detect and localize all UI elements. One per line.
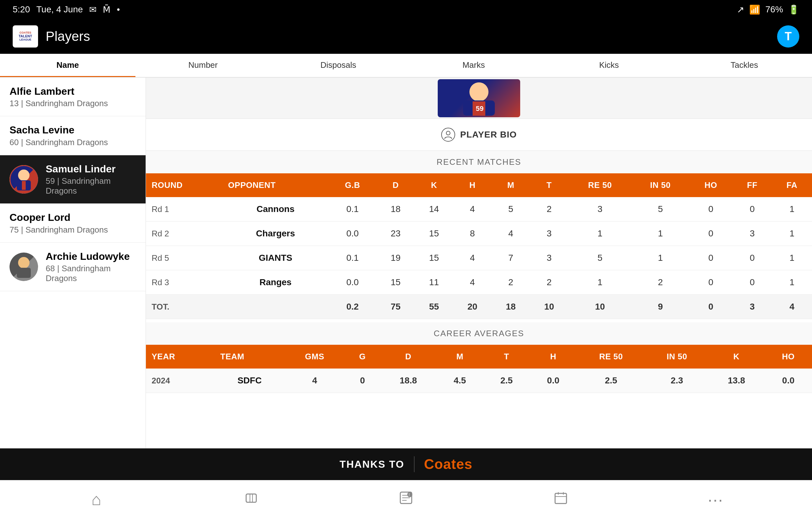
player-meta: 13 | Sandringham Dragons	[9, 99, 136, 108]
col-year: YEAR	[146, 345, 215, 369]
svg-point-3	[18, 257, 30, 268]
cell-re50: 3	[568, 197, 632, 222]
col-re50: RE 50	[568, 173, 632, 197]
player-name: Alfie Lambert	[9, 85, 136, 97]
career-header-row: YEAR TEAM GMS G D M T H RE 50 IN 50 K HO	[146, 345, 812, 369]
svg-point-0	[18, 170, 30, 181]
email-icon: ✉	[89, 4, 96, 15]
avatar	[9, 252, 38, 281]
cell-t: 2	[530, 197, 568, 222]
col-h: H	[453, 173, 492, 197]
status-bar: 5:20 Tue, 4 June ✉ M̃ • ↗ 📶 76% 🔋	[0, 0, 812, 19]
player-name: Samuel Linder	[46, 163, 136, 175]
signal-icon: ↗	[737, 4, 744, 15]
player-info: Alfie Lambert 13 | Sandringham Dragons	[9, 85, 136, 108]
col-team: TEAM	[215, 345, 285, 369]
svg-rect-4	[17, 268, 31, 278]
svg-rect-10	[246, 494, 256, 502]
table-row: 2024 SDFC 4 0 18.8 4.5 2.5 0.0 2.5 2.3 1…	[146, 369, 812, 393]
nav-item-home[interactable]: ⌂ Home	[65, 490, 128, 507]
sponsor-name: Coates	[424, 456, 473, 472]
sort-tab-kicks[interactable]: Kicks	[542, 54, 677, 77]
sort-tab-name[interactable]: Name	[0, 54, 136, 77]
col-in50-2: IN 50	[646, 345, 708, 369]
teams-icon	[243, 490, 259, 507]
cell-opponent: Cannons	[222, 197, 328, 222]
logo-text-1: COATES	[20, 32, 32, 35]
table-row: Rd 5 GIANTS 0.1 19 15 4 7 3 5 1 0 0 1	[146, 246, 812, 270]
player-name: Sacha Levine	[9, 124, 136, 136]
nav-item-fixture[interactable]: Fixture	[529, 490, 593, 507]
col-opponent: OPPONENT	[222, 173, 328, 197]
col-ho: HO	[689, 173, 733, 197]
table-row: Rd 3 Ranges 0.0 15 11 4 2 2 1 2 0 0 1	[146, 270, 812, 295]
cell-in50: 5	[631, 197, 689, 222]
sort-tab-marks[interactable]: Marks	[406, 54, 542, 77]
player-info: Sacha Levine 60 | Sandringham Dragons	[9, 124, 136, 147]
header-left: COATES TALENT LEAGUE Players	[13, 25, 90, 48]
date-display: Tue, 4 June	[37, 4, 83, 14]
sort-tab-disposals[interactable]: Disposals	[270, 54, 406, 77]
logo-text-3: LEAGUE	[19, 38, 32, 42]
cell-d: 18	[376, 197, 415, 222]
notch	[368, 0, 444, 9]
player-meta: 60 | Sandringham Dragons	[9, 137, 136, 147]
list-item[interactable]: Sacha Levine 60 | Sandringham Dragons	[0, 116, 146, 155]
page-title: Players	[46, 29, 90, 44]
player-info: Archie Ludowyke 68 | Sandringham Dragons	[46, 250, 136, 283]
list-item[interactable]: Cooper Lord 75 | Sandringham Dragons	[0, 204, 146, 242]
table-row: Rd 1 Cannons 0.1 18 14 4 5 2 3 5 0 0 1	[146, 197, 812, 222]
player-name: Archie Ludowyke	[46, 250, 136, 262]
cell-k: 14	[415, 197, 453, 222]
sort-tab-number[interactable]: Number	[136, 54, 271, 77]
nav-item-teams[interactable]: Teams	[219, 490, 283, 507]
telstra-logo: T	[777, 25, 799, 48]
time-display: 5:20	[13, 4, 30, 14]
bio-icon	[441, 128, 455, 142]
col-ho2: HO	[765, 345, 812, 369]
list-item[interactable]: Samuel Linder 59 | Sandringham Dragons	[0, 155, 146, 204]
status-bar-left: 5:20 Tue, 4 June ✉ M̃ •	[13, 4, 120, 15]
list-item[interactable]: Alfie Lambert 13 | Sandringham Dragons	[0, 78, 146, 116]
player-hero-image: 59	[438, 79, 520, 117]
cell-m: 5	[492, 197, 530, 222]
table-row: Rd 2 Chargers 0.0 23 15 8 4 3 1 1 0 3 1	[146, 222, 812, 246]
svg-rect-18	[555, 493, 566, 504]
table-header-row: ROUND OPPONENT G.B D K H M T RE 50 IN 50…	[146, 173, 812, 197]
player-meta: 59 | Sandringham Dragons	[46, 176, 136, 196]
sort-tab-tackles[interactable]: Tackles	[676, 54, 812, 77]
player-bio-button[interactable]: PLAYER BIO	[146, 119, 812, 151]
battery-icon: 🔋	[788, 4, 799, 15]
nav-item-more[interactable]: ··· MORE	[684, 490, 747, 507]
player-name: Cooper Lord	[9, 211, 136, 223]
fixture-icon	[553, 490, 569, 507]
footer-divider	[414, 456, 415, 472]
app-logo: COATES TALENT LEAGUE	[13, 25, 38, 48]
avatar	[9, 165, 38, 193]
logo-text-2: TALENT	[19, 34, 32, 38]
cell-ff: 0	[732, 197, 772, 222]
wifi-icon: 📶	[749, 4, 760, 15]
home-icon: ⌂	[91, 490, 101, 507]
recent-matches-table: ROUND OPPONENT G.B D K H M T RE 50 IN 50…	[146, 173, 812, 319]
battery-display: 76%	[765, 4, 783, 14]
list-item[interactable]: Archie Ludowyke 68 | Sandringham Dragons	[0, 243, 146, 291]
cell-round: Rd 1	[146, 197, 222, 222]
col-m: M	[492, 173, 530, 197]
main-container: Alfie Lambert 13 | Sandringham Dragons S…	[0, 78, 812, 448]
player-image-area: 59	[146, 78, 812, 119]
nav-item-news[interactable]: News	[374, 490, 438, 507]
col-d: D	[376, 173, 415, 197]
recent-matches-label: RECENT MATCHES	[146, 151, 812, 173]
career-averages-table-wrapper: YEAR TEAM GMS G D M T H RE 50 IN 50 K HO	[146, 345, 812, 393]
col-in50: IN 50	[631, 173, 689, 197]
col-gb: G.B	[328, 173, 376, 197]
player-info: Samuel Linder 59 | Sandringham Dragons	[46, 163, 136, 196]
cell-h: 4	[453, 197, 492, 222]
thanks-to-text: THANKS TO	[340, 458, 404, 470]
status-bar-right: ↗ 📶 76% 🔋	[737, 4, 799, 15]
col-k: K	[415, 173, 453, 197]
player-meta: 75 | Sandringham Dragons	[9, 225, 136, 235]
player-info: Cooper Lord 75 | Sandringham Dragons	[9, 211, 136, 234]
footer-banner: THANKS TO Coates	[0, 448, 812, 480]
